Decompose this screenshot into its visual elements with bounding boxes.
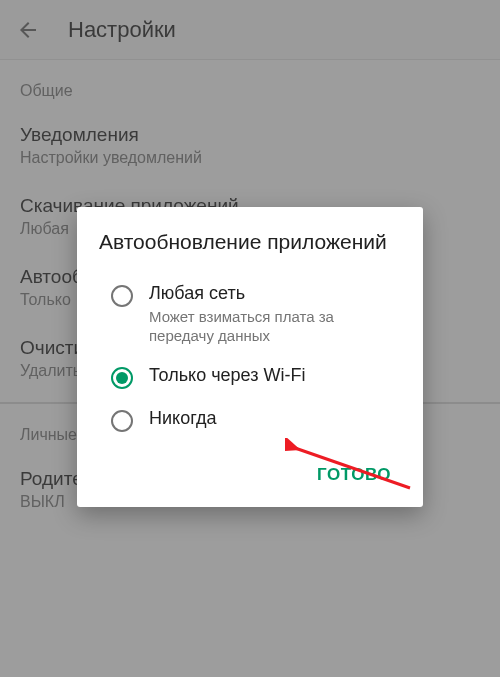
radio-desc: Может взиматься плата за передачу данных	[149, 307, 401, 346]
radio-text: Любая сеть Может взиматься плата за пере…	[149, 282, 401, 345]
done-button[interactable]: ГОТОВО	[307, 457, 401, 493]
radio-icon	[111, 367, 133, 389]
radio-option-never[interactable]: Никогда	[99, 398, 401, 441]
radio-text: Только через Wi-Fi	[149, 364, 401, 387]
radio-label: Любая сеть	[149, 282, 401, 305]
dialog-actions: ГОТОВО	[99, 457, 401, 493]
radio-icon	[111, 410, 133, 432]
radio-label: Только через Wi-Fi	[149, 364, 401, 387]
autoupdate-dialog: Автообновление приложений Любая сеть Мож…	[77, 207, 423, 507]
radio-icon	[111, 285, 133, 307]
radio-option-wifi-only[interactable]: Только через Wi-Fi	[99, 355, 401, 398]
dialog-title: Автообновление приложений	[99, 229, 401, 255]
modal-overlay[interactable]: Автообновление приложений Любая сеть Мож…	[0, 0, 500, 677]
radio-text: Никогда	[149, 407, 401, 430]
radio-option-any-network[interactable]: Любая сеть Может взиматься плата за пере…	[99, 273, 401, 354]
radio-label: Никогда	[149, 407, 401, 430]
